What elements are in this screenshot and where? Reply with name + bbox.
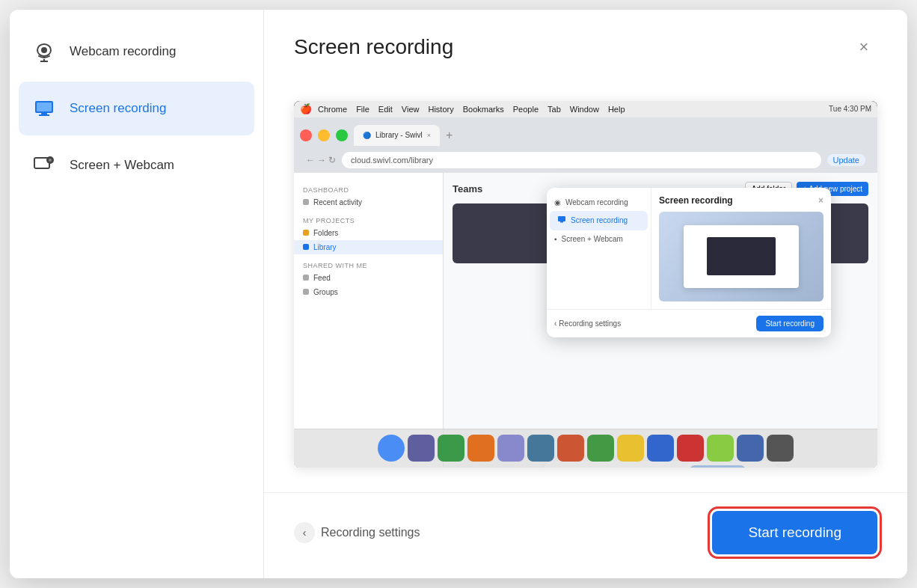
chevron-left-icon: ‹ <box>294 522 315 543</box>
minimize-traffic-light <box>318 129 330 141</box>
inner-close-icon[interactable]: × <box>818 195 824 206</box>
library-icon <box>303 244 309 250</box>
modal-footer: ‹ Recording settings Start recording <box>264 492 907 578</box>
inner-main: Screen recording × <box>651 188 831 309</box>
menubar-items: Chrome File Edit View History Bookmarks … <box>318 105 625 114</box>
back-button[interactable]: ← <box>306 155 315 165</box>
dock-icon-5[interactable] <box>617 435 644 462</box>
modal-body: Webcam recording Screen recording <box>10 10 907 578</box>
folders-link[interactable]: Folders <box>294 226 443 240</box>
groups-link[interactable]: Groups <box>294 285 443 299</box>
inner-webcam-item[interactable]: ◉ Webcam recording <box>547 194 651 211</box>
inner-screen-webcam-label: Screen + Webcam <box>562 235 623 243</box>
history-menu: History <box>428 105 453 114</box>
recording-modal: Webcam recording Screen recording <box>10 10 907 578</box>
library-link[interactable]: Library <box>294 240 443 254</box>
dashboard-section: DASHBOARD Recent activity <box>294 182 443 212</box>
url-bar[interactable]: cloud.swivl.com/library <box>342 152 821 168</box>
app-main: Teams Add folder + Add new project <box>444 173 877 468</box>
app-content: DASHBOARD Recent activity MY PROJECTS <box>294 173 877 468</box>
screenshot-frame: 🍎 Chrome File Edit View History Bookmark… <box>294 101 877 468</box>
window-menu: Window <box>570 105 599 114</box>
address-bar: ← → ↻ cloud.swivl.com/library Update <box>300 149 871 173</box>
menubar-right: Tue 4:30 PM <box>829 105 871 113</box>
apple-icon: 🍎 <box>300 103 312 114</box>
dock-chrome-icon[interactable] <box>438 435 464 462</box>
dock-safari-icon[interactable] <box>467 435 494 462</box>
fullscreen-traffic-light <box>336 129 348 141</box>
sidebar-item-screen-webcam[interactable]: Screen + Webcam <box>19 138 254 192</box>
settings-label: Recording settings <box>321 526 420 539</box>
dock-icon-6[interactable] <box>647 435 674 462</box>
refresh-button[interactable]: ↻ <box>328 155 336 165</box>
shared-section: SHARED WITH ME Feed Groups <box>294 257 443 302</box>
inner-modal-layout: ◉ Webcam recording <box>547 188 831 309</box>
dock-siri-icon[interactable] <box>408 435 435 462</box>
inner-screen-icon <box>557 215 566 226</box>
sidebar-item-webcam[interactable]: Webcam recording <box>19 25 254 79</box>
dock-icon-10[interactable] <box>767 435 794 462</box>
chevron-symbol: ‹ <box>303 527 307 539</box>
svg-rect-12 <box>560 221 563 223</box>
inner-sidebar: ◉ Webcam recording <box>547 188 651 309</box>
help-menu: Help <box>608 105 625 114</box>
inner-preview <box>659 212 824 301</box>
new-tab-button[interactable]: + <box>446 129 453 142</box>
sidebar: Webcam recording Screen recording <box>10 10 264 578</box>
screen-webcam-label: Screen + Webcam <box>70 158 174 173</box>
inner-footer: ‹ Recording settings Start recording <box>547 309 831 337</box>
file-menu: File <box>356 105 369 114</box>
screen-icon <box>31 95 58 122</box>
dock-icon-9[interactable] <box>737 435 764 462</box>
inner-screen-webcam-item[interactable]: ▪ Screen + Webcam <box>547 230 651 248</box>
video-thumb-1 <box>453 203 552 263</box>
recent-activity-link[interactable]: Recent activity <box>294 195 443 209</box>
inner-recording-modal: ◉ Webcam recording <box>547 188 831 337</box>
svg-rect-5 <box>37 102 52 111</box>
projects-label: MY PROJECTS <box>294 215 443 226</box>
screen-label: Screen recording <box>70 101 166 116</box>
inner-start-button[interactable]: Start recording <box>756 316 824 331</box>
forward-button[interactable]: → <box>317 155 326 165</box>
teams-label: Teams <box>453 183 482 195</box>
close-icon: × <box>859 37 869 57</box>
sidebar-item-screen[interactable]: Screen recording <box>19 82 254 135</box>
update-button[interactable]: Update <box>827 154 865 166</box>
tab-close-icon: × <box>427 132 431 139</box>
close-button[interactable]: × <box>850 34 877 61</box>
groups-icon <box>303 289 309 295</box>
webcam-icon <box>31 38 58 65</box>
webcam-label: Webcam recording <box>70 44 176 59</box>
inner-preview-bg <box>659 212 824 301</box>
feed-label: Feed <box>313 274 331 282</box>
dashboard-label: DASHBOARD <box>294 185 443 195</box>
feed-icon <box>303 275 309 281</box>
modal-title: Screen recording <box>294 35 453 59</box>
recording-settings-link[interactable]: ‹ Recording settings <box>294 522 420 543</box>
edit-menu: Edit <box>378 105 393 114</box>
dock-icon-4[interactable] <box>587 435 614 462</box>
dock-icon-8[interactable] <box>707 435 734 462</box>
inner-settings-link[interactable]: ‹ Recording settings <box>554 319 621 328</box>
dock-icon-3[interactable] <box>557 435 584 462</box>
inner-webcam-icon: ◉ <box>554 198 561 206</box>
main-content: Screen recording × 🍎 Chrome File <box>264 10 907 578</box>
shared-label: SHARED WITH ME <box>294 260 443 271</box>
library-label: Library <box>313 243 337 251</box>
time-display: Tue 4:30 PM <box>829 105 871 113</box>
start-recording-button[interactable]: Start recording <box>712 511 877 554</box>
main-header: Screen recording × <box>264 10 907 76</box>
inner-chevron-icon: ‹ <box>554 319 556 328</box>
feed-link[interactable]: Feed <box>294 271 443 285</box>
dock-finder-icon[interactable] <box>378 435 405 462</box>
inner-screen-item[interactable]: Screen recording <box>550 211 648 230</box>
dock-icon-7[interactable] <box>677 435 704 462</box>
dock-icon-1[interactable] <box>497 435 524 462</box>
mac-menubar: 🍎 Chrome File Edit View History Bookmark… <box>294 101 877 117</box>
folders-icon <box>303 230 309 236</box>
dock-icon-2[interactable] <box>527 435 554 462</box>
recent-icon <box>303 199 309 205</box>
groups-label: Groups <box>313 288 338 296</box>
browser-tab: 🔵 Library - Swivl × <box>354 125 440 146</box>
view-menu: View <box>402 105 420 114</box>
